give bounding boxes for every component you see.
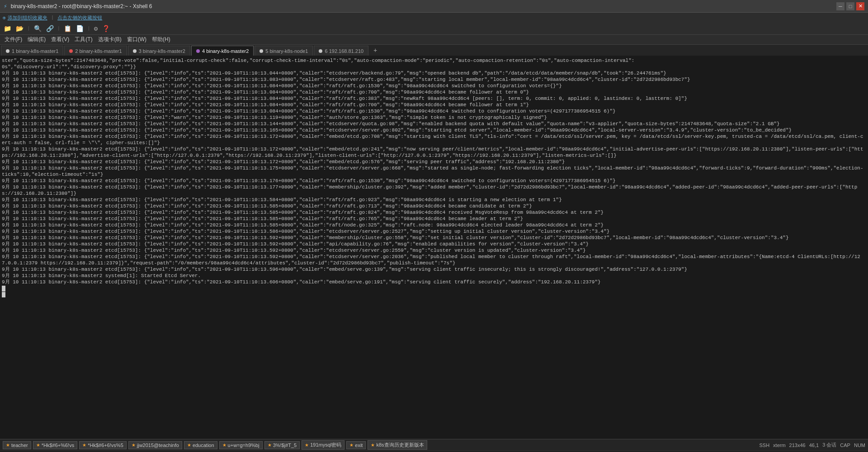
window-controls: ─ □ ✕ xyxy=(836,2,864,10)
toolbar-icon-add: ⊕ xyxy=(3,15,6,21)
terminal-content[interactable]: ster","quota-size-bytes":2147483648,"pre… xyxy=(0,56,868,439)
bookmark-education-label: education xyxy=(193,443,214,448)
menu-help[interactable]: 帮助(H) xyxy=(149,35,173,44)
bookmark-education-icon: ★ xyxy=(187,443,191,447)
bookmark-jjw-icon: ★ xyxy=(132,443,136,447)
right-status: SSH xterm 213x46 46,1 3 会话 CAP NUM xyxy=(759,442,865,448)
caps-indicator: CAP xyxy=(840,443,850,448)
tab-4-label: 4 binary-k8s-master2 xyxy=(202,48,249,54)
bookmark-teacher-icon: ★ xyxy=(6,443,10,447)
toolbar-row2: 📁 📂 | 🔍 🔗 | 📋 📄 | ⚙ ❓ xyxy=(0,23,868,34)
app-icon: ⚡ xyxy=(4,3,7,10)
tab-3[interactable]: 3 binary-k8s-master2 xyxy=(128,46,190,56)
toolbar-btn-paste[interactable]: 📄 xyxy=(74,24,85,33)
minimize-button[interactable]: ─ xyxy=(836,2,844,10)
menu-bar: 文件(F) 编辑(E) 查看(V) 工具(T) 选项卡(B) 窗口(W) 帮助(… xyxy=(0,35,868,45)
status-sessions: 3 会话 xyxy=(822,442,836,448)
bookmark-191mysql-icon: ★ xyxy=(305,443,309,447)
status-bar: ★ teacher ★ *Hk$#6+%6!vs ★ *Hk$#6+6!vs%5… xyxy=(0,439,868,451)
toolbar-row1: ⊕ 添加到组织收藏夹 | 点击左侧的收藏按钮 xyxy=(0,13,868,23)
menu-view[interactable]: 查看(V) xyxy=(48,35,72,44)
tab-1-label: 1 binary-k8s-master1 xyxy=(12,48,58,54)
toolbar-area: ⊕ 添加到组织收藏夹 | 点击左侧的收藏按钮 📁 📂 | 🔍 🔗 | 📋 📄 |… xyxy=(0,13,868,35)
maximize-button[interactable]: □ xyxy=(846,2,854,10)
title-bar: ⚡ binary-k8s-master2 - root@binary-k8s-m… xyxy=(0,0,868,13)
tab-5[interactable]: 5 binary-k8s-node1 xyxy=(255,46,313,56)
tab-2-dot xyxy=(69,49,73,53)
menu-window[interactable]: 窗口(W) xyxy=(124,35,149,44)
status-size: 213x46 xyxy=(789,443,806,448)
toolbar-link-add-favorite[interactable]: 添加到组织收藏夹 xyxy=(8,14,47,21)
bookmark-hk1-label: *Hk$#6+%6!vs xyxy=(42,443,74,448)
tab-6-label: 6 192.168.81.210 xyxy=(325,48,363,54)
bookmark-education[interactable]: ★ education xyxy=(184,441,217,449)
toolbar-link-click-left[interactable]: 点击左侧的收藏按钮 xyxy=(57,14,102,21)
tab-5-label: 5 binary-k8s-node1 xyxy=(265,48,308,54)
bookmark-hk2[interactable]: ★ *Hk$#6+6!vs%5 xyxy=(79,441,127,449)
tab-3-dot xyxy=(133,49,137,53)
menu-file[interactable]: 文件(F) xyxy=(2,35,25,44)
tab-4[interactable]: 4 binary-k8s-master2 xyxy=(191,46,254,56)
bookmark-3pct-label: 3%!$j#T_5 xyxy=(273,443,297,448)
toolbar-separator2: | xyxy=(57,26,61,31)
bookmark-3pct-icon: ★ xyxy=(268,443,272,447)
tab-2-label: 2 binary-k8s-master1 xyxy=(75,48,122,54)
menu-edit[interactable]: 编辑(E) xyxy=(25,35,48,44)
bookmark-k8s-icon: ★ xyxy=(371,443,375,447)
bookmark-exit[interactable]: ★ exit xyxy=(346,441,366,449)
bookmark-hk1[interactable]: ★ *Hk$#6+%6!vs xyxy=(33,441,77,449)
tab-4-dot xyxy=(196,49,200,53)
tab-6-dot xyxy=(319,49,322,53)
toolbar-btn-help[interactable]: ❓ xyxy=(100,24,112,33)
tab-add-button[interactable]: + xyxy=(370,46,380,56)
bookmark-exit-label: exit xyxy=(355,443,363,448)
bookmark-hk2-icon: ★ xyxy=(82,443,86,447)
toolbar-btn-connect[interactable]: 🔗 xyxy=(44,24,56,33)
bookmark-hk2-label: *Hk$#6+6!vs%5 xyxy=(88,443,123,448)
bookmark-jjw[interactable]: ★ jjw2015@teachinfo xyxy=(128,441,182,449)
bookmark-jjw-label: jjw2015@teachinfo xyxy=(137,443,179,448)
bookmark-k8s[interactable]: ★ k8s查询历史更新版本 xyxy=(368,440,427,450)
window-title: binary-k8s-master2 - root@binary-k8s-mas… xyxy=(11,3,152,9)
bookmark-191mysql[interactable]: ★ 191mysql密码 xyxy=(302,440,344,450)
tab-5-dot xyxy=(259,49,263,53)
bookmark-191mysql-label: 191mysql密码 xyxy=(310,442,341,448)
bookmark-uwg-label: u+w=g=h9%bj xyxy=(228,443,259,448)
toolbar-btn-open[interactable]: 📂 xyxy=(14,24,25,33)
close-button[interactable]: ✕ xyxy=(856,2,864,10)
toolbar-btn-copy[interactable]: 📋 xyxy=(62,24,73,33)
tab-bar: 1 binary-k8s-master1 2 binary-k8s-master… xyxy=(0,45,868,56)
menu-tabs[interactable]: 选项卡(B) xyxy=(95,35,124,44)
bookmark-hk1-icon: ★ xyxy=(36,443,40,447)
tab-3-label: 3 binary-k8s-master2 xyxy=(139,48,185,54)
bookmark-teacher-label: teacher xyxy=(11,443,28,448)
bookmark-teacher[interactable]: ★ teacher xyxy=(3,441,31,449)
bookmark-3pct[interactable]: ★ 3%!$j#T_5 xyxy=(264,441,300,449)
status-col: 46,1 xyxy=(809,443,819,448)
status-ssh: SSH xyxy=(759,443,769,448)
tab-1[interactable]: 1 binary-k8s-master1 xyxy=(1,46,63,56)
toolbar-separator1: | xyxy=(27,26,30,31)
toolbar-btn-settings[interactable]: ⚙ xyxy=(92,24,99,33)
bookmark-uwg[interactable]: ★ u+w=g=h9%bj xyxy=(219,441,263,449)
num-indicator: NUM xyxy=(854,443,865,448)
tab-2[interactable]: 2 binary-k8s-master1 xyxy=(64,46,127,56)
bookmark-k8s-label: k8s查询历史更新版本 xyxy=(376,442,424,448)
toolbar-btn-search[interactable]: 🔍 xyxy=(32,24,43,33)
bookmark-exit-icon: ★ xyxy=(349,443,354,447)
toolbar-separator3: | xyxy=(87,26,90,31)
bookmark-uwg-icon: ★ xyxy=(222,443,226,447)
status-xterm: xterm xyxy=(773,443,786,448)
toolbar-btn-new[interactable]: 📁 xyxy=(2,24,13,33)
tab-6[interactable]: 6 192.168.81.210 xyxy=(314,46,368,56)
tab-1-dot xyxy=(6,49,9,53)
menu-tools[interactable]: 工具(T) xyxy=(72,35,95,44)
